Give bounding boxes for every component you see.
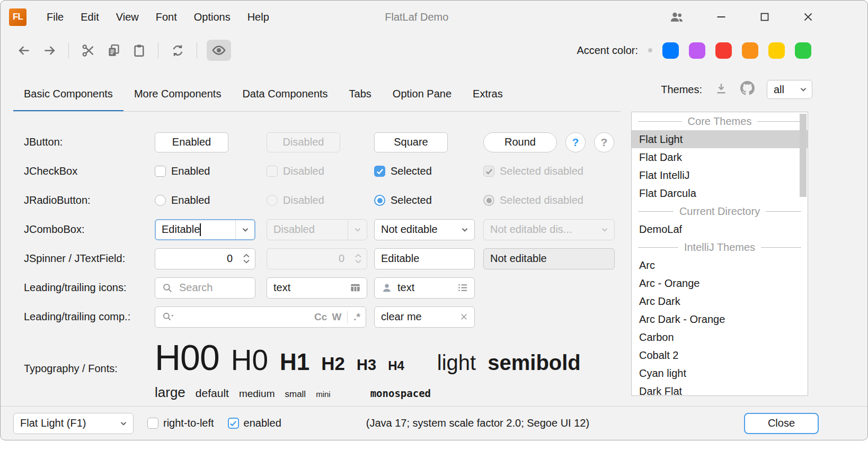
accent-swatch-purple[interactable] bbox=[689, 42, 705, 59]
lookandfeel-combo[interactable]: Flat Light (F1) bbox=[13, 413, 134, 434]
round-button[interactable]: Round bbox=[483, 132, 557, 152]
rtl-checkbox-group[interactable]: right-to-left bbox=[147, 417, 214, 429]
search-menu-icon[interactable] bbox=[162, 311, 175, 323]
menu-options[interactable]: Options bbox=[185, 7, 239, 27]
github-icon[interactable] bbox=[740, 81, 755, 98]
checkbox-checked-icon[interactable] bbox=[374, 166, 385, 177]
chevron-down-icon[interactable] bbox=[455, 220, 474, 240]
accent-swatch-blue[interactable] bbox=[662, 42, 679, 59]
enabled-checkbox-icon[interactable] bbox=[228, 418, 239, 429]
radio-icon[interactable] bbox=[155, 195, 166, 206]
radio-enabled[interactable]: Enabled bbox=[155, 194, 267, 206]
regex-toggle[interactable]: .* bbox=[353, 311, 360, 323]
chevron-down-icon[interactable] bbox=[235, 220, 254, 239]
textfield-value: Editable bbox=[381, 252, 419, 265]
radio-selected-icon bbox=[483, 195, 494, 206]
copy-button[interactable] bbox=[104, 41, 123, 60]
theme-item-carbon[interactable]: Carbon bbox=[632, 328, 808, 346]
theme-item-flat-dark[interactable]: Flat Dark bbox=[632, 148, 808, 166]
paste-button[interactable] bbox=[129, 41, 148, 60]
tab-more-components[interactable]: More Components bbox=[123, 88, 232, 112]
spinner-value[interactable]: 0 bbox=[155, 252, 238, 265]
tab-data-components[interactable]: Data Components bbox=[232, 88, 338, 112]
combobox-value: Not editable dis... bbox=[490, 223, 595, 236]
menu-font[interactable]: Font bbox=[147, 7, 185, 27]
spinner[interactable]: 0 bbox=[155, 248, 255, 269]
themes-filter-combo[interactable]: all bbox=[767, 80, 812, 99]
rtl-checkbox-label: right-to-left bbox=[163, 417, 214, 429]
table-icon[interactable] bbox=[349, 282, 361, 294]
theme-item-flat-light[interactable]: Flat Light bbox=[632, 130, 808, 148]
refresh-button[interactable] bbox=[168, 41, 187, 60]
theme-item-arc-dark[interactable]: Arc Dark bbox=[632, 292, 808, 310]
help-button[interactable]: ? bbox=[565, 132, 586, 152]
tabbar: Basic Components More Components Data Co… bbox=[1, 67, 867, 112]
large-size-sample: large bbox=[155, 384, 185, 401]
radio-selected[interactable]: Selected bbox=[374, 194, 483, 206]
search-field-with-options[interactable]: Cc W .* bbox=[155, 306, 366, 328]
theme-item-flat-intellij[interactable]: Flat IntelliJ bbox=[632, 166, 808, 184]
clear-icon[interactable] bbox=[459, 312, 469, 322]
checkbox-enabled[interactable]: Enabled bbox=[155, 165, 267, 177]
show-hidden-toggle[interactable] bbox=[207, 40, 231, 61]
back-button[interactable] bbox=[14, 41, 33, 60]
theme-item-flat-darcula[interactable]: Flat Darcula bbox=[632, 184, 808, 202]
scrollbar-thumb[interactable] bbox=[800, 114, 807, 197]
jspinner-row: JSpinner / JTextField: 0 0 Editable Not … bbox=[24, 244, 621, 273]
text-field-table-icon[interactable]: text bbox=[267, 277, 367, 299]
combobox-not-editable[interactable]: Not editable bbox=[374, 219, 475, 240]
forward-button[interactable] bbox=[40, 41, 59, 60]
theme-item-arc[interactable]: Arc bbox=[632, 256, 808, 274]
whole-word-toggle[interactable]: W bbox=[332, 311, 341, 323]
tab-tabs[interactable]: Tabs bbox=[339, 88, 382, 112]
rtl-checkbox-icon[interactable] bbox=[147, 418, 158, 429]
radio-selected-icon[interactable] bbox=[374, 195, 385, 206]
accent-swatch-yellow[interactable] bbox=[768, 42, 785, 59]
themes-list[interactable]: Core Themes Flat Light Flat Dark Flat In… bbox=[631, 112, 808, 396]
theme-item-cyan-light[interactable]: Cyan light bbox=[632, 364, 808, 382]
tab-basic-components[interactable]: Basic Components bbox=[13, 88, 123, 112]
minimize-icon[interactable] bbox=[715, 11, 728, 23]
users-icon[interactable] bbox=[669, 10, 684, 24]
menu-file[interactable]: File bbox=[38, 7, 72, 27]
checkbox-icon[interactable] bbox=[155, 166, 166, 177]
accent-swatch-green[interactable] bbox=[795, 42, 811, 59]
help-button-disabled: ? bbox=[594, 132, 614, 152]
cut-button[interactable] bbox=[78, 41, 98, 60]
download-icon[interactable] bbox=[714, 82, 728, 98]
clearable-field[interactable]: clear me bbox=[374, 306, 475, 328]
checkbox-selected[interactable]: Selected bbox=[374, 165, 483, 177]
toolbar-separator bbox=[197, 42, 197, 58]
spinner-arrows[interactable] bbox=[238, 249, 255, 269]
textfield-editable[interactable]: Editable bbox=[374, 248, 475, 269]
search-field[interactable] bbox=[155, 277, 255, 299]
combobox-value: Editable bbox=[162, 223, 200, 236]
enabled-button[interactable]: Enabled bbox=[155, 132, 228, 152]
theme-item-demolaf[interactable]: DemoLaf bbox=[632, 220, 808, 238]
theme-item-arc-dark-orange[interactable]: Arc Dark - Orange bbox=[632, 310, 808, 328]
theme-item-dark-flat[interactable]: Dark Flat bbox=[632, 382, 808, 396]
match-case-toggle[interactable]: Cc bbox=[314, 311, 327, 323]
close-icon[interactable] bbox=[802, 11, 814, 23]
square-button[interactable]: Square bbox=[374, 132, 448, 152]
list-icon[interactable] bbox=[457, 282, 469, 294]
themes-separator-intellij-themes: IntelliJ Themes bbox=[632, 238, 808, 256]
accent-swatch-red[interactable] bbox=[715, 42, 732, 59]
tab-extras[interactable]: Extras bbox=[462, 88, 513, 112]
tab-option-pane[interactable]: Option Pane bbox=[382, 88, 462, 112]
close-button[interactable]: Close bbox=[744, 413, 819, 434]
radio-icon bbox=[267, 195, 278, 206]
text-field-person-list[interactable]: text bbox=[374, 277, 475, 299]
enabled-checkbox-group[interactable]: enabled bbox=[228, 417, 281, 429]
theme-item-arc-orange[interactable]: Arc - Orange bbox=[632, 274, 808, 292]
menu-view[interactable]: View bbox=[108, 7, 147, 27]
search-input[interactable] bbox=[178, 281, 250, 294]
menu-edit[interactable]: Edit bbox=[72, 7, 107, 27]
maximize-icon[interactable] bbox=[758, 11, 771, 23]
combobox-editable[interactable]: Editable bbox=[155, 219, 255, 240]
text-caret bbox=[200, 223, 201, 236]
enabled-checkbox-label: enabled bbox=[244, 417, 281, 429]
accent-swatch-orange[interactable] bbox=[742, 42, 758, 59]
menu-help[interactable]: Help bbox=[239, 7, 278, 27]
theme-item-cobalt-2[interactable]: Cobalt 2 bbox=[632, 346, 808, 364]
